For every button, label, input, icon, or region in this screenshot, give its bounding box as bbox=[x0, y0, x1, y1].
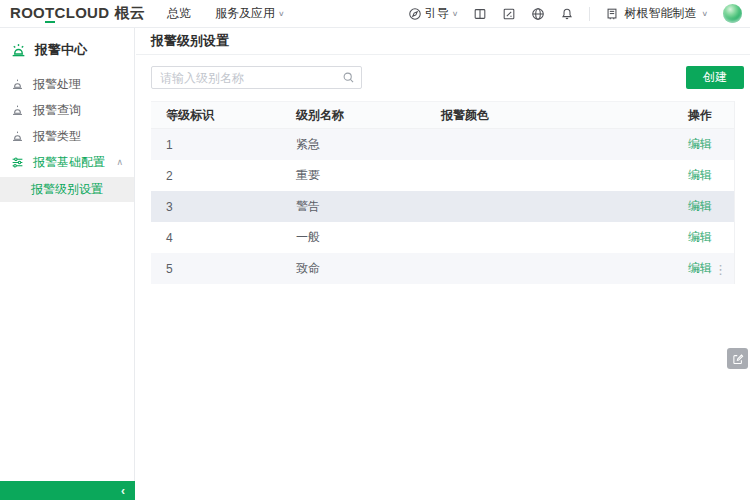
alarm-level-table: 等级标识 级别名称 报警颜色 操作 1 紧急 编辑 ⋮ bbox=[151, 101, 735, 284]
alarm-siren-icon bbox=[11, 130, 24, 143]
sidebar-subitem-alarm-level-settings[interactable]: 报警级别设置 bbox=[0, 177, 134, 202]
chevron-up-icon[interactable]: ∧ bbox=[116, 157, 123, 167]
notification-bell-icon[interactable] bbox=[560, 7, 574, 21]
divider bbox=[589, 7, 590, 21]
sidebar-item-alarm-type[interactable]: 报警类型 bbox=[0, 123, 134, 149]
edit-link[interactable]: 编辑 bbox=[688, 199, 712, 213]
level-id-cell: 2 bbox=[151, 169, 296, 183]
feedback-fab[interactable] bbox=[727, 348, 748, 369]
operation-cell: 编辑 bbox=[688, 229, 734, 246]
level-id-cell: 3 bbox=[151, 200, 296, 214]
page-titlebar: 报警级别设置 bbox=[136, 28, 750, 55]
sidebar-item-alarm-query[interactable]: 报警查询 bbox=[0, 97, 134, 123]
logo-text: CLOUD bbox=[55, 4, 110, 21]
col-header-level-id: 等级标识 bbox=[151, 107, 296, 124]
chevron-down-icon: ∨ bbox=[278, 10, 285, 18]
more-options-icon[interactable]: ⋮ bbox=[714, 262, 727, 275]
edit-link[interactable]: 编辑 bbox=[688, 261, 712, 275]
table-row: 2 重要 编辑 ⋮ bbox=[151, 160, 734, 191]
organization-icon bbox=[605, 7, 619, 21]
nav-services-menu[interactable]: 服务及应用 ∨ bbox=[215, 5, 285, 22]
logo-text: ROO bbox=[10, 4, 45, 21]
edit-link[interactable]: 编辑 bbox=[688, 168, 712, 182]
alarm-siren-icon bbox=[11, 78, 24, 91]
level-id-cell: 5 bbox=[151, 262, 296, 276]
level-name-cell: 重要 bbox=[296, 167, 441, 184]
logo-text-cn: 根云 bbox=[114, 4, 145, 23]
operation-cell: 编辑 bbox=[688, 167, 734, 184]
col-header-operation: 操作 bbox=[688, 107, 734, 124]
guide-icon bbox=[408, 7, 422, 21]
level-name-cell: 警告 bbox=[296, 198, 441, 215]
logo-text-underlined-t: T bbox=[45, 4, 54, 23]
table-row: 4 一般 编辑 ⋮ bbox=[151, 222, 734, 253]
sidebar-item-alarm-process[interactable]: 报警处理 bbox=[0, 71, 134, 97]
col-header-level-name: 级别名称 bbox=[296, 107, 441, 124]
sidebar-header-label: 报警中心 bbox=[35, 41, 87, 59]
feedback-edit-icon bbox=[732, 353, 744, 365]
sidebar: 报警中心 报警处理 报警查询 报警类型 报警基础配置 ∧ 报警级别设置 ‹ bbox=[0, 28, 135, 500]
edit-link[interactable]: 编辑 bbox=[688, 137, 712, 151]
user-avatar[interactable] bbox=[723, 4, 742, 23]
level-id-cell: 1 bbox=[151, 138, 296, 152]
page-title: 报警级别设置 bbox=[151, 32, 229, 50]
operation-cell: 编辑 bbox=[688, 198, 734, 215]
sidebar-collapse-bar[interactable]: ‹ bbox=[0, 481, 135, 500]
col-header-alarm-color: 报警颜色 bbox=[441, 107, 681, 124]
sidebar-header-alarm-center[interactable]: 报警中心 bbox=[0, 28, 134, 71]
topbar-nav: 总览 服务及应用 ∨ bbox=[167, 5, 285, 22]
edit-link[interactable]: 编辑 bbox=[688, 230, 712, 244]
toolbar: 创建 bbox=[151, 66, 744, 89]
chevron-down-icon: ∨ bbox=[701, 10, 708, 18]
search-box bbox=[151, 66, 362, 89]
search-icon[interactable] bbox=[342, 71, 355, 84]
table-row: 1 紧急 编辑 ⋮ bbox=[151, 129, 734, 160]
main-content: 报警级别设置 创建 等级标识 级别名称 报警颜色 操作 1 紧急 bbox=[136, 28, 750, 500]
level-id-cell: 4 bbox=[151, 231, 296, 245]
alarm-siren-icon bbox=[10, 42, 27, 59]
sliders-icon bbox=[11, 156, 24, 169]
chevron-left-icon: ‹ bbox=[121, 485, 125, 497]
level-name-cell: 一般 bbox=[296, 229, 441, 246]
org-switcher[interactable]: 树根智能制造 ∨ bbox=[605, 5, 708, 22]
table-body: 1 紧急 编辑 ⋮ 2 重要 bbox=[151, 129, 734, 284]
operation-cell: 编辑 bbox=[688, 136, 734, 153]
topbar: ROOTCLOUD 根云 总览 服务及应用 ∨ 引导 ∨ bbox=[0, 0, 750, 28]
sidebar-item-alarm-base-config[interactable]: 报警基础配置 ∧ bbox=[0, 149, 134, 175]
guide-menu[interactable]: 引导 ∨ bbox=[408, 5, 459, 22]
alarm-siren-icon bbox=[11, 104, 24, 117]
level-name-cell: 紧急 bbox=[296, 136, 441, 153]
rootcloud-logo[interactable]: ROOTCLOUD 根云 bbox=[10, 4, 145, 23]
table-row: 3 警告 编辑 ⋮ bbox=[151, 191, 734, 222]
table-header-row: 等级标识 级别名称 报警颜色 操作 bbox=[151, 101, 734, 129]
create-button[interactable]: 创建 bbox=[686, 66, 744, 89]
level-name-cell: 致命 bbox=[296, 260, 441, 277]
table-row: 5 致命 编辑 ⋮ bbox=[151, 253, 734, 284]
nav-overview[interactable]: 总览 bbox=[167, 5, 191, 22]
layout-columns-icon[interactable] bbox=[473, 7, 487, 21]
chevron-down-icon: ∨ bbox=[452, 10, 459, 18]
workorder-icon[interactable] bbox=[502, 7, 516, 21]
topbar-actions: 引导 ∨ 树根智能制造 ∨ bbox=[408, 4, 742, 23]
help-globe-icon[interactable] bbox=[531, 7, 545, 21]
operation-cell: 编辑 bbox=[688, 260, 734, 277]
search-input[interactable] bbox=[151, 66, 362, 89]
